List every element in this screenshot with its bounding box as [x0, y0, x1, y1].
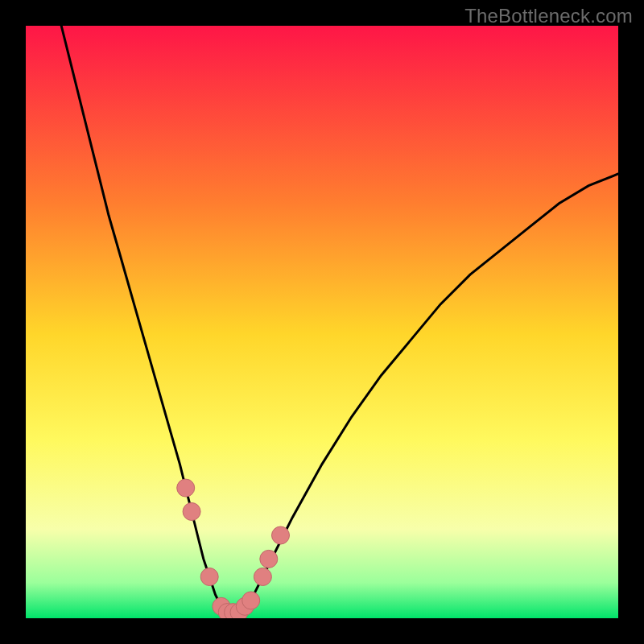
marker-point — [254, 568, 271, 586]
gradient-background — [26, 26, 618, 618]
marker-point — [260, 550, 278, 568]
chart-svg — [26, 26, 618, 618]
marker-point — [177, 479, 195, 497]
marker-point — [242, 592, 260, 609]
marker-point — [272, 526, 290, 544]
plot-area — [26, 26, 618, 618]
watermark-text: TheBottleneck.com — [464, 5, 633, 27]
marker-point — [183, 503, 200, 521]
marker-point — [200, 568, 218, 586]
outer-frame: TheBottleneck.com — [0, 0, 644, 644]
